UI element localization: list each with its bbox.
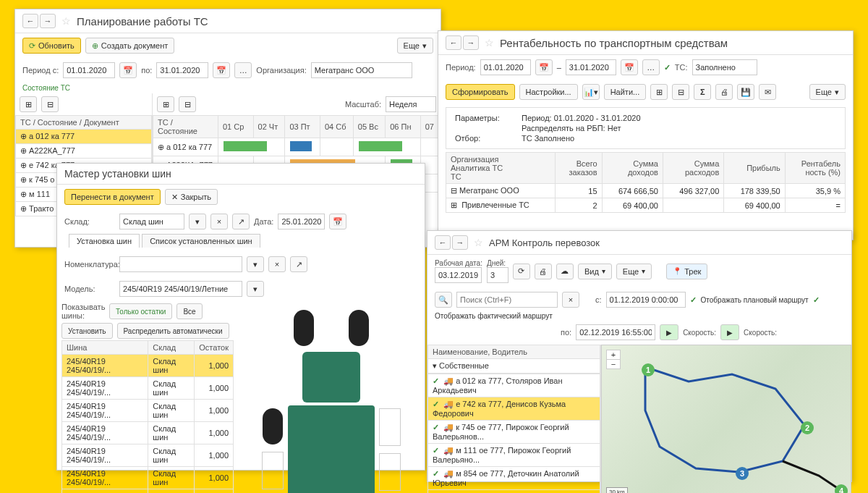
- more-button[interactable]: Еще ▾: [397, 38, 433, 54]
- view-button[interactable]: Вид ▾: [578, 264, 612, 279]
- gantt-row-label[interactable]: ⊕ а 012 ка 777: [153, 138, 218, 156]
- only-remains-button[interactable]: Только остатки: [109, 303, 172, 319]
- map-waypoint[interactable]: 2: [801, 421, 814, 434]
- table-row[interactable]: 245/40R19 245/40/19/...Склад шин1,000: [62, 467, 234, 489]
- star-icon[interactable]: ☆: [61, 15, 71, 27]
- all-button[interactable]: Все: [176, 303, 202, 319]
- ts-input[interactable]: [692, 59, 757, 75]
- collapse-icon[interactable]: ⊟: [41, 96, 59, 112]
- table-row[interactable]: ⊟ Мегатранс ООО15674 666,50496 327,00178…: [446, 184, 846, 198]
- track-button[interactable]: 📍Трек: [666, 264, 707, 279]
- period-from-input[interactable]: [63, 62, 115, 78]
- model-input[interactable]: [119, 281, 242, 297]
- table-row[interactable]: ✓ 🚚 к 745 ое 777, Пирожок Георгий Валерь…: [428, 421, 600, 444]
- collapse-icon[interactable]: ⊟: [672, 84, 689, 100]
- open-icon[interactable]: ↗: [290, 256, 307, 272]
- table-row[interactable]: ✓ 🚚 м 854 ое 777, Деточкин Анатолий Юрье…: [428, 467, 600, 490]
- calendar-icon[interactable]: 📅: [535, 59, 553, 75]
- from-input[interactable]: [606, 292, 686, 308]
- group-row[interactable]: ▾ Собственные: [428, 359, 600, 374]
- table-row[interactable]: 245/40R19 245/40/19/...Склад шин1,000: [62, 489, 234, 494]
- chart-icon[interactable]: 📊▾: [582, 84, 600, 100]
- table-row[interactable]: ✓ 🚚 а 012 ка 777, Столяров Иван Аркадьев…: [428, 374, 600, 397]
- dropdown-icon[interactable]: ▾: [247, 281, 264, 297]
- check-icon[interactable]: ✓: [813, 295, 820, 305]
- nav-back[interactable]: ←: [446, 35, 461, 50]
- find-button[interactable]: Найти...: [604, 84, 647, 100]
- more-button[interactable]: Еще ▾: [809, 84, 846, 100]
- more-button[interactable]: Еще ▾: [616, 264, 652, 279]
- table-row[interactable]: 245/40R19 245/40/19/...Склад шин1,000: [62, 400, 234, 422]
- play-button[interactable]: ▶: [660, 324, 678, 340]
- nav-back[interactable]: ←: [435, 235, 451, 250]
- nav-forward[interactable]: →: [40, 14, 56, 28]
- scale-input[interactable]: [386, 96, 436, 112]
- create-doc-button[interactable]: ⊕ Создать документ: [85, 38, 175, 54]
- tire-slot[interactable]: [379, 408, 401, 446]
- ts-row[interactable]: ⊕ А222КА_777: [16, 144, 152, 159]
- refresh-icon[interactable]: ⟳: [513, 264, 530, 279]
- nomen-input[interactable]: [119, 256, 242, 272]
- auto-distribute-button[interactable]: Распределить автоматически: [117, 323, 229, 339]
- period-to-input[interactable]: [566, 59, 616, 75]
- x-icon[interactable]: ×: [210, 214, 228, 229]
- search-input[interactable]: [456, 292, 558, 308]
- tire-icon[interactable]: [294, 310, 314, 346]
- sklad-input[interactable]: [119, 214, 184, 229]
- period-dialog-button[interactable]: …: [642, 59, 660, 75]
- table-row[interactable]: 245/40R19 245/40/19/...Склад шин1,000: [62, 377, 234, 400]
- cloud-icon[interactable]: ☁: [556, 264, 574, 279]
- tire-slot[interactable]: [379, 453, 401, 491]
- generate-button[interactable]: Сформировать: [446, 84, 515, 100]
- search-icon[interactable]: 🔍: [435, 292, 452, 308]
- save-icon[interactable]: 💾: [737, 84, 754, 100]
- expand-icon[interactable]: ⊞: [20, 96, 37, 112]
- table-row[interactable]: ⊞ Привлеченные ТС269 400,0069 400,00=: [446, 198, 846, 213]
- nav-back[interactable]: ←: [22, 14, 38, 28]
- workdate-input[interactable]: [435, 267, 482, 283]
- settings-button[interactable]: Настройки...: [519, 84, 578, 100]
- sigma-icon[interactable]: Σ: [694, 84, 711, 100]
- close-button[interactable]: ✕ Закрыть: [165, 189, 218, 205]
- period-dialog-button[interactable]: …: [234, 62, 252, 78]
- play-button[interactable]: ▶: [720, 324, 739, 340]
- star-icon[interactable]: ☆: [474, 237, 483, 248]
- clear-search-icon[interactable]: ×: [562, 292, 579, 308]
- star-icon[interactable]: ☆: [485, 37, 494, 49]
- install-button[interactable]: Установить: [61, 323, 113, 339]
- x-icon[interactable]: ×: [268, 256, 286, 272]
- tire-icon[interactable]: [349, 310, 369, 346]
- mail-icon[interactable]: ✉: [759, 84, 776, 100]
- nav-forward[interactable]: →: [463, 35, 479, 50]
- calendar-icon[interactable]: 📅: [329, 214, 346, 229]
- check-icon[interactable]: ✓: [690, 295, 697, 305]
- table-row[interactable]: 245/40R19 245/40/19/...Склад шин1,000: [62, 444, 234, 467]
- map-waypoint[interactable]: 3: [736, 467, 749, 480]
- print-icon[interactable]: 🖨: [715, 84, 733, 100]
- clear-icon[interactable]: ▾: [247, 256, 264, 272]
- clear-icon[interactable]: ▾: [189, 214, 206, 229]
- open-icon[interactable]: ↗: [232, 214, 250, 229]
- tab-install[interactable]: Установка шин: [69, 234, 140, 248]
- ts-row[interactable]: ⊕ а 012 ка 777: [16, 130, 152, 144]
- table-row[interactable]: 245/40R19 245/40/19/...Склад шин1,000: [62, 422, 234, 444]
- period-from-input[interactable]: [480, 59, 531, 75]
- org-input[interactable]: [311, 62, 412, 78]
- date-input[interactable]: [278, 214, 325, 229]
- nav-forward[interactable]: →: [452, 235, 468, 250]
- tab-installed-list[interactable]: Список установленных шин: [142, 234, 260, 248]
- map-waypoint[interactable]: 4: [835, 484, 848, 493]
- table-row[interactable]: ✓ 🚚 м 111 ое 777, Пирожок Георгий Валерь…: [428, 444, 600, 467]
- table-row[interactable]: ✓ 🚚 у 015 ко 777: [428, 490, 600, 494]
- move-to-doc-button[interactable]: Перенести в документ: [64, 189, 161, 205]
- to-input[interactable]: [576, 324, 655, 340]
- days-input[interactable]: [487, 267, 509, 283]
- check-icon[interactable]: ✓: [664, 63, 671, 72]
- state-ts-link[interactable]: Состояние ТС: [15, 83, 441, 93]
- tire-slot[interactable]: [262, 452, 284, 489]
- table-row[interactable]: ✓ 🚚 е 742 ка 777, Денисов Кузьма Федоров…: [428, 397, 600, 421]
- calendar-icon[interactable]: 📅: [119, 62, 137, 78]
- map[interactable]: + − 1 2 3 4 Leaflet | Map data © OpenStr…: [601, 345, 851, 493]
- tire-icon[interactable]: [263, 408, 283, 444]
- table-row[interactable]: 245/40R19 245/40/19/...Склад шин1,000: [62, 355, 234, 377]
